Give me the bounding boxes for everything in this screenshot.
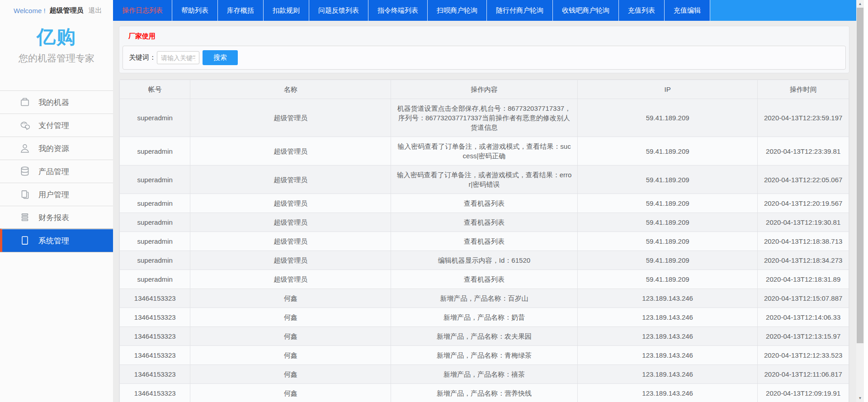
scroll-up-icon[interactable]: ▲: [856, 0, 864, 8]
table-cell: 超级管理员: [190, 99, 391, 137]
database-icon: [19, 166, 31, 177]
table-body: superadmin超级管理员机器货道设置点击全部保存,机台号：86773203…: [120, 99, 849, 402]
sidebar-item-finance-reports[interactable]: 财务报表: [0, 206, 113, 229]
table-row: superadmin超级管理员查看机器列表59.41.189.2092020-0…: [120, 213, 849, 232]
sidebar-item-product-mgmt[interactable]: 产品管理: [0, 160, 113, 183]
search-bar: 关键词： 搜索: [123, 46, 846, 70]
nav-tab-operation-log-list[interactable]: 操作日志列表: [113, 0, 172, 21]
table-cell: 超级管理员: [190, 213, 391, 232]
nav-tab-recharge-edit[interactable]: 充值编辑: [665, 0, 710, 21]
search-button[interactable]: 搜索: [203, 50, 238, 65]
documents-icon: [19, 189, 31, 200]
table-cell: superadmin: [120, 99, 190, 137]
table-cell: 59.41.189.209: [577, 251, 757, 270]
scrollbar-thumb[interactable]: [857, 8, 863, 343]
sidebar-item-payment-mgmt[interactable]: 支付管理: [0, 114, 113, 137]
section-title: 厂家使用: [123, 29, 846, 46]
table-cell: 新增产品，产品名称：农夫果园: [391, 327, 578, 346]
table-row: superadmin超级管理员查看机器列表59.41.189.2092020-0…: [120, 232, 849, 251]
sidebar-item-user-mgmt[interactable]: 用户管理: [0, 183, 113, 206]
table-cell: 123.189.143.246: [577, 365, 757, 384]
person-icon: [19, 142, 31, 154]
nav-tab-inventory-summary[interactable]: 库存概括: [218, 0, 264, 21]
table-cell: 2020-04-13T12:09:19.91: [758, 384, 849, 402]
sidebar-item-label: 系统管理: [38, 236, 69, 246]
brand-tagline: 您的机器管理专家: [0, 52, 113, 65]
table-cell: 编辑机器显示内容，Id：61520: [391, 251, 578, 270]
table-cell: superadmin: [120, 213, 190, 232]
nav-tab-feedback-list[interactable]: 问题反馈列表: [309, 0, 368, 21]
sidebar-item-my-resources[interactable]: 我的资源: [0, 137, 113, 160]
table-row: superadmin超级管理员查看机器列表59.41.189.2092020-0…: [120, 194, 849, 213]
table-row: 13464153323何鑫新增产品，产品名称：农夫果园123.189.143.2…: [120, 327, 849, 346]
keyword-input[interactable]: [157, 51, 199, 64]
machine-icon: [19, 96, 31, 108]
sidebar: Welcome ! 超级管理员 退出 亿购 您的机器管理专家 我的机器支付管理我…: [0, 0, 113, 402]
table-cell: 新增产品，产品名称：营养快线: [391, 384, 578, 402]
table-row: superadmin超级管理员查看机器列表59.41.189.2092020-0…: [120, 270, 849, 289]
column-header: IP: [577, 80, 757, 99]
table-cell: 13464153323: [120, 346, 190, 365]
logout-link[interactable]: 退出: [89, 6, 102, 15]
table-cell: 2020-04-13T12:20:19.567: [758, 194, 849, 213]
table-cell: 超级管理员: [190, 251, 391, 270]
table-cell: 新增产品，产品名称：奶昔: [391, 308, 578, 327]
table-row: 13464153323何鑫新增产品，产品名称：禧茶123.189.143.246…: [120, 365, 849, 384]
table-cell: 59.41.189.209: [577, 137, 757, 166]
sidebar-item-system-mgmt[interactable]: 系统管理: [0, 229, 113, 252]
table-cell: superadmin: [120, 166, 190, 194]
table-cell: 超级管理员: [190, 137, 391, 166]
table-cell: 13464153323: [120, 327, 190, 346]
table-cell: 123.189.143.246: [577, 327, 757, 346]
table-cell: 2020-04-13T12:18:31.89: [758, 270, 849, 289]
welcome-bar: Welcome ! 超级管理员 退出: [0, 0, 113, 21]
table-cell: 59.41.189.209: [577, 99, 757, 137]
table-row: superadmin超级管理员输入密码查看了订单备注，或者游戏模式，查看结果：e…: [120, 166, 849, 194]
nav-tab-saobei-merchant-poll[interactable]: 扫呗商户轮询: [428, 0, 487, 21]
table-cell: 123.189.143.246: [577, 308, 757, 327]
sidebar-item-my-machines[interactable]: 我的机器: [0, 90, 113, 114]
table-cell: 13464153323: [120, 289, 190, 308]
document-icon: [19, 235, 31, 246]
table-cell: 新增产品，产品名称：禧茶: [391, 365, 578, 384]
scroll-down-icon[interactable]: ▼: [856, 394, 864, 402]
table-cell: 59.41.189.209: [577, 270, 757, 289]
table-cell: 查看机器列表: [391, 232, 578, 251]
sidebar-item-label: 支付管理: [38, 120, 69, 131]
table-cell: 2020-04-13T12:23:39.81: [758, 137, 849, 166]
sidebar-item-label: 我的机器: [38, 97, 69, 108]
table-cell: 13464153323: [120, 308, 190, 327]
table-cell: 2020-04-13T12:13:15.97: [758, 327, 849, 346]
table-cell: 2020-04-13T12:19:30.81: [758, 213, 849, 232]
table-cell: 59.41.189.209: [577, 213, 757, 232]
current-user: 超级管理员: [50, 6, 84, 15]
nav-tab-deduction-rules[interactable]: 扣款规则: [264, 0, 309, 21]
app-window: Welcome ! 超级管理员 退出 亿购 您的机器管理专家 我的机器支付管理我…: [0, 0, 868, 402]
table-cell: 何鑫: [190, 384, 391, 402]
table-cell: 新增产品，产品名称：百岁山: [391, 289, 578, 308]
table-cell: 123.189.143.246: [577, 346, 757, 365]
table-cell: 何鑫: [190, 365, 391, 384]
sidebar-item-label: 财务报表: [38, 213, 69, 223]
nav-tab-suixingfu-merchant-poll[interactable]: 随行付商户轮询: [487, 0, 553, 21]
column-header: 操作内容: [391, 80, 578, 99]
table-cell: 2020-04-13T12:12:33.523: [758, 346, 849, 365]
nav-tab-help-list[interactable]: 帮助列表: [172, 0, 218, 21]
nav-tab-command-terminal-list[interactable]: 指令终端列表: [368, 0, 428, 21]
filter-panel: 厂家使用 关键词： 搜索: [119, 26, 849, 73]
column-header: 名称: [190, 80, 391, 99]
table-row: superadmin超级管理员输入密码查看了订单备注，或者游戏模式，查看结果：s…: [120, 137, 849, 166]
table-cell: 何鑫: [190, 308, 391, 327]
nav-tab-shouqianba-merchant-poll[interactable]: 收钱吧商户轮询: [553, 0, 619, 21]
table-cell: superadmin: [120, 137, 190, 166]
table-row: superadmin超级管理员机器货道设置点击全部保存,机台号：86773203…: [120, 99, 849, 137]
table-cell: 查看机器列表: [391, 194, 578, 213]
table-cell: 超级管理员: [190, 166, 391, 194]
table-cell: 新增产品，产品名称：青梅绿茶: [391, 346, 578, 365]
table-cell: 13464153323: [120, 365, 190, 384]
report-icon: [19, 212, 31, 223]
table-cell: 123.189.143.246: [577, 384, 757, 402]
nav-tab-recharge-list[interactable]: 充值列表: [619, 0, 665, 21]
top-nav: 操作日志列表帮助列表库存概括扣款规则问题反馈列表指令终端列表扫呗商户轮询随行付商…: [113, 0, 856, 21]
vertical-scrollbar[interactable]: ▲ ▼: [856, 0, 864, 402]
